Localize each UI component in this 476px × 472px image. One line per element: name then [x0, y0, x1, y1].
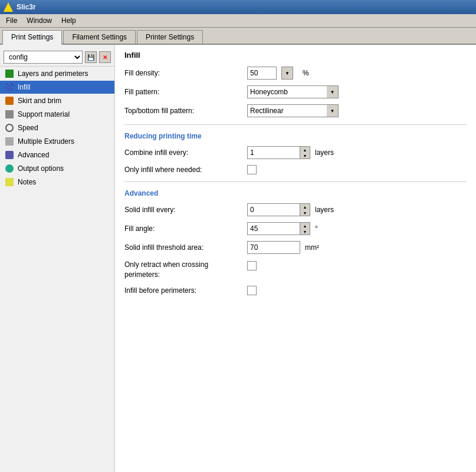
- config-select[interactable]: config: [4, 51, 83, 64]
- only-infill-label: Only infill where needed:: [124, 166, 242, 174]
- config-row: config 💾 ✕: [0, 48, 114, 67]
- sidebar: config 💾 ✕ Layers and perimeters Infill …: [0, 45, 115, 472]
- fill-angle-spin-down[interactable]: ▼: [300, 229, 310, 235]
- fill-angle-buttons: ▲ ▼: [300, 222, 310, 235]
- top-bottom-row: Top/bottom fill pattern: ▼: [124, 104, 467, 117]
- fill-angle-unit: °: [315, 225, 318, 233]
- delete-config-button[interactable]: ✕: [99, 51, 111, 63]
- sidebar-item-support[interactable]: Support material: [0, 108, 114, 121]
- combine-spinner-buttons: ▲ ▼: [300, 146, 310, 159]
- solid-infill-label: Solid infill every:: [124, 206, 242, 214]
- app-icon: [4, 2, 13, 12]
- tab-filament-settings[interactable]: Filament Settings: [63, 30, 136, 44]
- tab-printer-settings[interactable]: Printer Settings: [137, 30, 203, 44]
- sidebar-item-notes[interactable]: Notes: [0, 176, 114, 189]
- sidebar-item-layers[interactable]: Layers and perimeters: [0, 67, 114, 80]
- advanced-section-title: Advanced: [124, 189, 467, 197]
- solid-infill-unit: layers: [315, 206, 334, 214]
- infill-section-title: Infill: [124, 51, 467, 61]
- skirt-icon: [5, 96, 14, 105]
- combine-spinner: ▲ ▼: [247, 146, 310, 159]
- fill-pattern-row: Fill pattern: ▼: [124, 85, 467, 98]
- separator-1: [124, 124, 467, 125]
- solid-infill-spin-up[interactable]: ▲: [300, 204, 310, 210]
- sidebar-item-skirt[interactable]: Skirt and brim: [0, 94, 114, 107]
- infill-before-checkbox[interactable]: [247, 286, 257, 295]
- retract-checkbox[interactable]: [247, 261, 257, 270]
- top-bottom-input[interactable]: [247, 104, 339, 117]
- retract-label: Only retract when crossing perimeters:: [124, 260, 242, 280]
- sidebar-item-speed[interactable]: Speed: [0, 121, 114, 134]
- advanced-icon: [5, 150, 14, 160]
- solid-infill-spin-down[interactable]: ▼: [300, 210, 310, 216]
- extruder-icon: [5, 137, 14, 146]
- sidebar-item-infill[interactable]: Infill: [0, 81, 114, 94]
- combine-input[interactable]: [247, 146, 300, 159]
- save-config-button[interactable]: 💾: [85, 51, 97, 63]
- solid-infill-spinner: ▲ ▼: [247, 203, 310, 216]
- only-infill-checkbox[interactable]: [247, 165, 257, 174]
- fill-angle-input[interactable]: [247, 222, 300, 235]
- solid-infill-buttons: ▲ ▼: [300, 203, 310, 216]
- fill-density-input[interactable]: [247, 67, 277, 80]
- threshold-input[interactable]: [247, 241, 300, 254]
- speed-icon: [5, 123, 14, 133]
- infill-icon: [5, 82, 14, 92]
- only-infill-row: Only infill where needed:: [124, 165, 467, 174]
- fill-pattern-input[interactable]: [247, 85, 339, 98]
- infill-before-row: Infill before perimeters:: [124, 286, 467, 295]
- titlebar: Slic3r: [0, 0, 476, 14]
- fill-pattern-label: Fill pattern:: [124, 88, 242, 96]
- combine-spin-down[interactable]: ▼: [300, 153, 310, 159]
- fill-angle-row: Fill angle: ▲ ▼ °: [124, 222, 467, 235]
- reducing-section-title: Reducing printing time: [124, 132, 467, 140]
- layers-icon: [5, 69, 14, 78]
- output-icon: [5, 164, 14, 173]
- solid-infill-row: Solid infill every: ▲ ▼ layers: [124, 203, 467, 216]
- menu-window[interactable]: Window: [23, 15, 55, 26]
- fill-density-dropdown-arrow[interactable]: ▼: [281, 67, 293, 80]
- threshold-row: Solid infill threshold area: mm²: [124, 241, 467, 254]
- top-bottom-dropdown: ▼: [247, 104, 339, 117]
- threshold-label: Solid infill threshold area:: [124, 243, 242, 252]
- top-bottom-label: Top/bottom fill pattern:: [124, 107, 242, 115]
- solid-infill-input[interactable]: [247, 203, 300, 216]
- threshold-unit: mm²: [305, 243, 319, 252]
- combine-unit: layers: [315, 148, 334, 157]
- menubar: File Window Help: [0, 14, 476, 28]
- top-bottom-arrow[interactable]: ▼: [327, 104, 339, 117]
- notes-icon: [5, 177, 14, 187]
- fill-density-unit: %: [303, 69, 309, 77]
- fill-pattern-dropdown: ▼: [247, 85, 339, 98]
- fill-density-label: Fill density:: [124, 69, 242, 77]
- main-area: config 💾 ✕ Layers and perimeters Infill …: [0, 45, 476, 472]
- menu-help[interactable]: Help: [58, 15, 80, 26]
- separator-2: [124, 181, 467, 182]
- combine-spin-up[interactable]: ▲: [300, 147, 310, 153]
- fill-angle-label: Fill angle:: [124, 225, 242, 233]
- content-panel: Infill Fill density: ▼ % Fill pattern: ▼…: [115, 45, 476, 472]
- fill-angle-spin-up[interactable]: ▲: [300, 223, 310, 229]
- app-title: Slic3r: [17, 3, 36, 11]
- support-icon: [5, 110, 14, 119]
- menu-file[interactable]: File: [2, 15, 21, 26]
- fill-pattern-arrow[interactable]: ▼: [327, 85, 339, 98]
- combine-label: Combine infill every:: [124, 148, 242, 157]
- tab-print-settings[interactable]: Print Settings: [2, 30, 62, 45]
- sidebar-item-output[interactable]: Output options: [0, 162, 114, 175]
- fill-angle-spinner: ▲ ▼: [247, 222, 310, 235]
- infill-before-label: Infill before perimeters:: [124, 286, 242, 295]
- sidebar-item-extruders[interactable]: Multiple Extruders: [0, 135, 114, 148]
- retract-row: Only retract when crossing perimeters:: [124, 260, 467, 280]
- tabbar: Print Settings Filament Settings Printer…: [0, 28, 476, 45]
- combine-infill-row: Combine infill every: ▲ ▼ layers: [124, 146, 467, 159]
- sidebar-item-advanced[interactable]: Advanced: [0, 148, 114, 161]
- fill-density-row: Fill density: ▼ %: [124, 67, 467, 80]
